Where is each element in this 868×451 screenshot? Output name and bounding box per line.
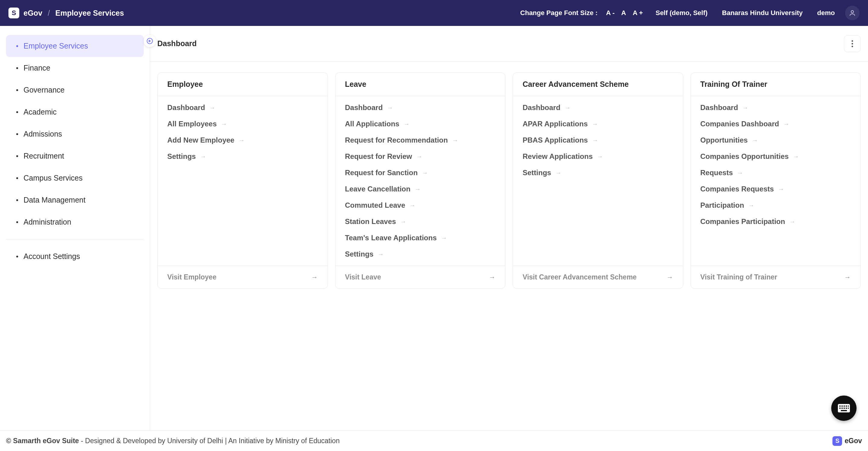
card-link-label: Add New Employee bbox=[167, 136, 235, 144]
arrow-right-icon: → bbox=[422, 170, 428, 176]
card-link-label: Companies Opportunities bbox=[701, 152, 789, 161]
card-body: Dashboard→APAR Applications→PBAS Applica… bbox=[513, 96, 683, 266]
bullet-icon bbox=[16, 111, 18, 113]
arrow-right-icon: → bbox=[783, 121, 789, 127]
sidebar-item-academic[interactable]: Academic bbox=[6, 101, 144, 123]
card-link-opportunities[interactable]: Opportunities→ bbox=[701, 136, 851, 144]
sidebar-item-account-settings[interactable]: Account Settings bbox=[6, 245, 144, 267]
card-visit-link[interactable]: Visit Training of Trainer→ bbox=[691, 266, 861, 289]
self-link[interactable]: Self (demo, Self) bbox=[651, 9, 712, 17]
arrow-right-icon: → bbox=[441, 235, 447, 241]
card-link-leave-cancellation[interactable]: Leave Cancellation→ bbox=[345, 185, 496, 193]
bullet-icon bbox=[16, 67, 18, 69]
sidebar-item-governance[interactable]: Governance bbox=[6, 79, 144, 101]
sidebar-collapse-button[interactable] bbox=[144, 35, 156, 47]
card-link-label: Companies Requests bbox=[701, 185, 774, 193]
card-visit-link[interactable]: Visit Leave→ bbox=[336, 266, 505, 289]
card-link-companies-dashboard[interactable]: Companies Dashboard→ bbox=[701, 120, 851, 128]
sidebar-item-finance[interactable]: Finance bbox=[6, 57, 144, 79]
svg-rect-8 bbox=[844, 405, 845, 407]
card-title: Training Of Trainer bbox=[691, 73, 861, 96]
sidebar-item-label: Administration bbox=[24, 218, 71, 227]
logo-text[interactable]: eGov bbox=[24, 9, 42, 18]
card-link-request-for-recommendation[interactable]: Request for Recommendation→ bbox=[345, 136, 496, 144]
card-link-settings[interactable]: Settings→ bbox=[167, 152, 318, 161]
sidebar-item-label: Account Settings bbox=[24, 252, 80, 261]
card-link-review-applications[interactable]: Review Applications→ bbox=[523, 152, 673, 161]
svg-rect-7 bbox=[841, 405, 843, 407]
card-link-label: All Applications bbox=[345, 120, 399, 128]
card-link-dashboard[interactable]: Dashboard→ bbox=[167, 103, 318, 112]
card-link-label: Dashboard bbox=[701, 103, 738, 112]
page-menu-button[interactable] bbox=[844, 35, 861, 52]
card-link-label: Review Applications bbox=[523, 152, 593, 161]
arrow-right-icon: → bbox=[415, 186, 421, 193]
card-link-add-new-employee[interactable]: Add New Employee→ bbox=[167, 136, 318, 144]
sidebar-item-admissions[interactable]: Admissions bbox=[6, 123, 144, 145]
font-increase-button[interactable]: A + bbox=[630, 9, 645, 17]
main-content: Dashboard EmployeeDashboard→All Employee… bbox=[150, 26, 868, 430]
arrow-right-icon: → bbox=[597, 153, 603, 160]
user-avatar-button[interactable] bbox=[845, 6, 860, 20]
arrow-right-icon: → bbox=[789, 218, 795, 225]
card-employee: EmployeeDashboard→All Employees→Add New … bbox=[157, 72, 328, 289]
card-link-label: Leave Cancellation bbox=[345, 185, 410, 193]
sidebar-item-label: Campus Services bbox=[24, 174, 83, 182]
logo-badge[interactable]: S bbox=[8, 7, 19, 19]
footer-brand[interactable]: S eGov bbox=[832, 436, 862, 446]
card-body: Dashboard→All Employees→Add New Employee… bbox=[158, 96, 328, 266]
arrow-right-icon: → bbox=[667, 273, 673, 281]
card-link-commuted-leave[interactable]: Commuted Leave→ bbox=[345, 201, 496, 210]
card-link-companies-opportunities[interactable]: Companies Opportunities→ bbox=[701, 152, 851, 161]
arrow-right-icon: → bbox=[452, 137, 458, 144]
card-link-station-leaves[interactable]: Station Leaves→ bbox=[345, 217, 496, 226]
footer-brand-text: eGov bbox=[844, 437, 862, 445]
sidebar-item-employee-services[interactable]: Employee Services bbox=[6, 35, 144, 57]
card-link-request-for-sanction[interactable]: Request for Sanction→ bbox=[345, 169, 496, 177]
sidebar-item-label: Finance bbox=[24, 64, 50, 72]
org-link[interactable]: Banaras Hindu University bbox=[718, 9, 807, 17]
page-title: Dashboard bbox=[157, 39, 197, 48]
sidebar-item-campus-services[interactable]: Campus Services bbox=[6, 167, 144, 189]
card-link-all-applications[interactable]: All Applications→ bbox=[345, 120, 496, 128]
card-visit-label: Visit Employee bbox=[167, 273, 216, 281]
card-body: Dashboard→Companies Dashboard→Opportunit… bbox=[691, 96, 861, 266]
card-link-pbas-applications[interactable]: PBAS Applications→ bbox=[523, 136, 673, 144]
card-leave: LeaveDashboard→All Applications→Request … bbox=[335, 72, 506, 289]
card-visit-label: Visit Career Advancement Scheme bbox=[523, 273, 637, 281]
card-visit-link[interactable]: Visit Career Advancement Scheme→ bbox=[513, 266, 683, 289]
breadcrumb-current[interactable]: Employee Services bbox=[55, 9, 124, 18]
card-link-label: PBAS Applications bbox=[523, 136, 588, 144]
card-link-all-employees[interactable]: All Employees→ bbox=[167, 120, 318, 128]
font-decrease-button[interactable]: A - bbox=[604, 9, 617, 17]
svg-rect-11 bbox=[839, 408, 841, 409]
font-size-label: Change Page Font Size : bbox=[520, 9, 598, 17]
card-link-companies-participation[interactable]: Companies Participation→ bbox=[701, 217, 851, 226]
arrow-right-icon: → bbox=[752, 137, 758, 144]
font-reset-button[interactable]: A bbox=[619, 9, 628, 17]
card-link-dashboard[interactable]: Dashboard→ bbox=[345, 103, 496, 112]
card-link-companies-requests[interactable]: Companies Requests→ bbox=[701, 185, 851, 193]
card-link-team-s-leave-applications[interactable]: Team's Leave Applications→ bbox=[345, 234, 496, 242]
svg-rect-12 bbox=[841, 408, 843, 409]
card-link-apar-applications[interactable]: APAR Applications→ bbox=[523, 120, 673, 128]
card-link-requests[interactable]: Requests→ bbox=[701, 169, 851, 177]
card-link-settings[interactable]: Settings→ bbox=[523, 169, 673, 177]
arrow-right-icon: → bbox=[844, 273, 851, 281]
sidebar-item-recruitment[interactable]: Recruitment bbox=[6, 145, 144, 167]
bullet-icon bbox=[16, 255, 18, 258]
svg-point-4 bbox=[852, 46, 853, 47]
card-link-settings[interactable]: Settings→ bbox=[345, 250, 496, 258]
card-link-participation[interactable]: Participation→ bbox=[701, 201, 851, 210]
arrow-right-icon: → bbox=[400, 218, 406, 225]
card-visit-link[interactable]: Visit Employee→ bbox=[158, 266, 328, 289]
sidebar-item-administration[interactable]: Administration bbox=[6, 211, 144, 233]
card-link-dashboard[interactable]: Dashboard→ bbox=[523, 103, 673, 112]
card-link-request-for-review[interactable]: Request for Review→ bbox=[345, 152, 496, 161]
cards-row: EmployeeDashboard→All Employees→Add New … bbox=[150, 61, 868, 300]
keyboard-fab[interactable] bbox=[831, 395, 857, 421]
card-link-dashboard[interactable]: Dashboard→ bbox=[701, 103, 851, 112]
sidebar-item-data-management[interactable]: Data Management bbox=[6, 189, 144, 211]
footer-copyright: © Samarth eGov Suite - Designed & Develo… bbox=[6, 437, 340, 445]
arrow-right-icon: → bbox=[778, 186, 784, 193]
